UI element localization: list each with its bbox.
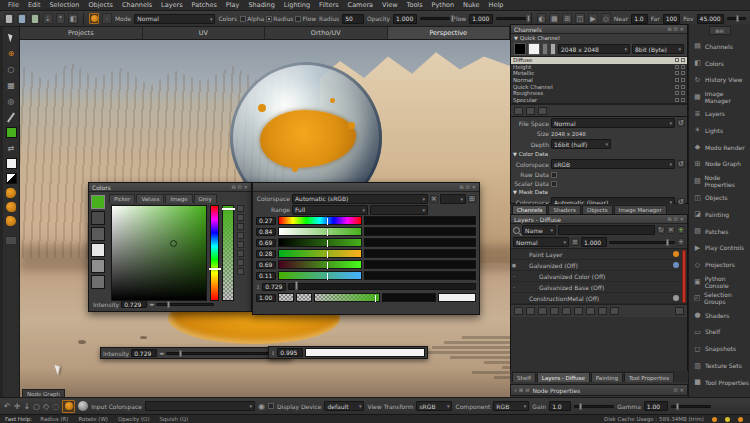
file-space-reset-icon[interactable]: ↺ — [677, 119, 685, 127]
radius-field[interactable]: 50 — [342, 14, 364, 24]
alpha-value-field[interactable]: 1.00 — [256, 294, 276, 302]
menu-item[interactable]: Objects — [84, 1, 117, 9]
flow-slider[interactable] — [496, 17, 526, 20]
fov-field[interactable]: 45.000 — [697, 14, 724, 24]
node-graph-tab[interactable]: Node Graph — [22, 389, 65, 397]
palette-item[interactable]: ◇ Projectors — [689, 256, 750, 273]
blend-options-icon[interactable]: ≡ — [571, 238, 579, 246]
symmetry-icon[interactable]: ⊞ — [562, 13, 572, 24]
channel-row[interactable]: Specular — [511, 97, 687, 104]
colorspace-dropdown[interactable]: Automatic (sRGB) — [292, 194, 428, 204]
channel-depth-dropdown[interactable]: 8bit (Byte) — [632, 44, 684, 54]
reset-colors-swatch[interactable] — [6, 173, 17, 184]
channel-row[interactable]: Roughness — [511, 90, 687, 97]
marquee-tool-icon[interactable]: ○ — [5, 63, 17, 75]
history-color-swatch[interactable] — [91, 243, 105, 257]
history-color-swatch[interactable] — [91, 211, 105, 225]
menu-item[interactable]: Help — [485, 1, 508, 9]
blend-mode-dropdown[interactable]: Normal — [513, 237, 569, 247]
archive-icon[interactable]: ◧ — [68, 13, 78, 24]
raw-data-checkbox[interactable] — [551, 172, 557, 178]
soft-brush-icon[interactable]: ◌ — [52, 402, 59, 411]
slider-value-field[interactable]: 0.27 — [256, 217, 276, 225]
view-transform-dropdown[interactable]: sRGB — [416, 401, 452, 411]
circle-brush-icon[interactable]: ○ — [33, 402, 40, 411]
node-properties-bar[interactable]: «⊞⊟ Node Properties ⊡✕ — [510, 384, 688, 396]
colors-tab[interactable]: Values — [136, 194, 164, 203]
palette-item[interactable]: ◧ Colors — [689, 55, 750, 72]
color-data-expander-icon[interactable]: ▼ — [513, 151, 517, 157]
slider-value-field[interactable]: 0.28 — [256, 250, 276, 258]
channel-row[interactable]: Metallic — [511, 70, 687, 77]
mid-spinner-icon[interactable]: ↕ — [256, 284, 260, 290]
channel-black-swatch[interactable] — [514, 43, 526, 55]
input-colorspace-dropdown[interactable] — [145, 401, 255, 411]
panel-tab[interactable]: Image Manager — [614, 205, 667, 214]
gradient-slider-bar[interactable] — [278, 216, 362, 225]
drop-icon[interactable]: ↓ — [23, 402, 30, 411]
white-slider-field[interactable]: 0.995 — [277, 348, 303, 357]
colorspace-reset-icon[interactable]: ↺ — [677, 160, 685, 168]
layer-search-input[interactable] — [558, 225, 655, 235]
option-checkbox[interactable] — [295, 16, 301, 22]
palette-item[interactable]: ▭ Shelf — [689, 324, 750, 341]
shelf-swatch[interactable] — [296, 293, 312, 302]
layer-row[interactable]: ConstructionMetal (Off) — [511, 293, 687, 304]
colorspace-reset-icon[interactable]: ✕ — [430, 195, 438, 203]
saturation-value-square[interactable] — [111, 205, 207, 301]
dock-tab[interactable]: Layers - Diffuse — [537, 372, 590, 382]
dock-tab[interactable]: Shelf — [512, 372, 536, 382]
slider-value-field[interactable]: 0.11 — [256, 272, 276, 280]
colorspace-grid-icon[interactable]: ⊞ — [468, 195, 476, 203]
range-extra-dropdown[interactable] — [370, 205, 428, 215]
object-mode-icon[interactable]: ◫ — [575, 13, 585, 24]
mirror-x-icon[interactable]: ◐ — [537, 13, 547, 24]
viewport-tab[interactable]: Ortho/UV — [265, 27, 388, 39]
mid-value-field[interactable]: 0.729 — [262, 283, 286, 291]
play-icon[interactable]: ▶ — [588, 13, 598, 24]
projection-icon[interactable]: ◇ — [601, 13, 611, 24]
display-device-dropdown[interactable]: default — [324, 401, 364, 411]
menu-item[interactable]: Filters — [315, 1, 342, 9]
active-brush-button[interactable] — [62, 400, 75, 413]
import-icon[interactable]: ⇣ — [43, 13, 53, 24]
gamma-slider[interactable] — [671, 405, 711, 408]
node-properties-left-icons[interactable]: «⊞⊟ — [514, 387, 529, 393]
menu-item[interactable]: Edit — [24, 1, 45, 9]
export-icon[interactable]: ⇡ — [56, 13, 66, 24]
white-slider-spinner[interactable]: ↕ — [271, 350, 275, 356]
alpha-strip[interactable] — [222, 205, 234, 301]
range-dropdown[interactable]: Full — [292, 205, 368, 215]
mirror-grid-icon[interactable]: ▦ — [549, 13, 559, 24]
far-field[interactable]: 100 — [663, 14, 680, 24]
channel-white-swatch[interactable] — [528, 43, 540, 55]
channel-row[interactable]: Height — [511, 64, 687, 71]
colorspace-dropdown[interactable]: sRGB — [551, 159, 675, 169]
panel-tab[interactable]: Objects — [582, 205, 613, 214]
flow-field[interactable]: 1.000 — [469, 14, 492, 24]
palette-item[interactable]: ◆ Modo Render — [689, 139, 750, 156]
background-color-swatch[interactable] — [6, 158, 17, 169]
select-tool-icon[interactable] — [5, 31, 17, 43]
channel-size-dropdown[interactable]: 2048 x 2048 — [558, 44, 630, 54]
panel-tab[interactable]: Channels — [512, 205, 547, 214]
paint-through-tool-icon[interactable] — [6, 202, 16, 212]
move-icon[interactable]: ✛ — [14, 402, 21, 411]
hue-strip[interactable] — [210, 205, 219, 301]
menu-item[interactable]: Nuke — [459, 1, 484, 9]
layer-row[interactable]: – Galvanized Color (Off) — [511, 271, 687, 282]
opacity-field[interactable]: 1.000 — [393, 14, 416, 24]
menu-item[interactable]: Python — [428, 1, 459, 9]
palette-item[interactable]: ☀ Lights — [689, 122, 750, 139]
swap-colors-icon[interactable]: ⇄ — [5, 142, 17, 154]
colors-panel-dock-icons[interactable]: ⊟⊡✕ — [231, 184, 248, 190]
intensity-slider[interactable] — [156, 303, 214, 306]
open-project-icon[interactable] — [17, 13, 27, 24]
brush-tool-icon[interactable] — [5, 111, 17, 123]
layer-filter-dropdown[interactable]: Name — [522, 225, 556, 235]
panel-tab[interactable]: Shaders — [548, 205, 580, 214]
depth-dropdown[interactable]: 16bit (half) — [551, 139, 611, 149]
dock-tab[interactable]: Tool Properties — [624, 372, 674, 382]
grid-tool-icon[interactable]: ▦ — [5, 79, 17, 91]
menu-item[interactable]: Channels — [118, 1, 156, 9]
